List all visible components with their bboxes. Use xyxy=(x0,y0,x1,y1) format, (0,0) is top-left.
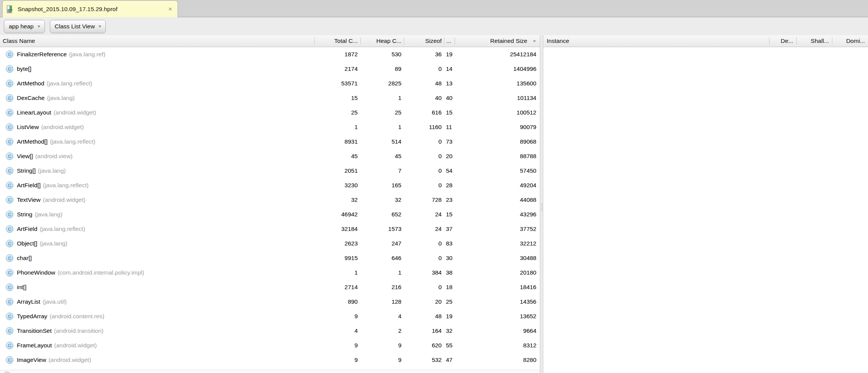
table-row[interactable]: CObject[](java.lang)262324708332212 xyxy=(0,236,540,251)
retained-cell: 37752 xyxy=(455,226,540,232)
clipped-cell: 19 xyxy=(444,51,455,58)
column-header-shallow-size[interactable]: Shall... xyxy=(796,37,832,45)
heap-snapshot-file-icon xyxy=(7,5,14,13)
heap-cell: 1573 xyxy=(360,226,404,232)
class-name: ArtMethod[] xyxy=(17,138,48,145)
class-name: char[] xyxy=(17,255,32,262)
column-header-total-count[interactable]: Total C... xyxy=(314,37,360,45)
total-cell: 45 xyxy=(314,153,360,160)
class-name: TypedArray xyxy=(17,313,47,320)
tab-close-icon[interactable]: × xyxy=(168,6,173,12)
column-header-heap-count[interactable]: Heap C... xyxy=(360,37,404,45)
table-row[interactable]: CPhoneWindow(com.android.internal.policy… xyxy=(0,265,540,280)
class-package: (android.widget) xyxy=(54,109,96,116)
table-row-partial xyxy=(0,367,540,373)
class-name-cell: CTextView(android.widget) xyxy=(0,196,314,204)
class-icon: C xyxy=(6,51,13,58)
class-package: (android.view) xyxy=(35,153,72,160)
class-package: (java.lang) xyxy=(47,95,74,101)
class-name-cell: CFrameLayout(android.widget) xyxy=(0,342,314,349)
clipped-cell: 15 xyxy=(444,109,455,116)
class-icon xyxy=(3,371,11,373)
class-name: String xyxy=(17,211,33,218)
editor-tab-hprof[interactable]: Snapshot_2015.10.09_17.15.29.hprof × xyxy=(2,0,178,17)
retained-cell: 44088 xyxy=(455,196,540,203)
class-name-cell: Cbyte[] xyxy=(0,65,314,73)
column-header-shallow-clipped[interactable]: ... xyxy=(444,37,455,45)
table-row[interactable]: CArtField(java.lang.reflect)321841573243… xyxy=(0,222,540,236)
table-row[interactable]: Cint[]271421601818416 xyxy=(0,280,540,294)
class-package: (android.content.res) xyxy=(49,313,104,320)
class-icon: C xyxy=(6,152,13,160)
column-header-depth[interactable]: De... xyxy=(769,37,796,45)
class-name: ArtField xyxy=(17,226,37,232)
chevron-down-icon: ▼ xyxy=(36,25,41,28)
table-row[interactable]: CArrayList(java.util)890128202514356 xyxy=(0,294,540,309)
heap-cell: 7 xyxy=(360,167,404,174)
class-name: ArtMethod xyxy=(17,80,44,87)
sizeof-cell: 620 xyxy=(404,342,444,349)
class-rows: CFinalizerReference(java.lang.ref)187253… xyxy=(0,47,540,367)
total-cell: 8931 xyxy=(314,138,360,145)
class-list-panel: Class Name Total C... Heap C... Sizeof .… xyxy=(0,35,540,373)
column-header-dominating-size[interactable]: Domi... xyxy=(832,37,868,45)
table-row[interactable]: Cchar[]991564603030488 xyxy=(0,251,540,265)
class-name: byte[] xyxy=(17,65,31,72)
heap-cell: 216 xyxy=(360,284,404,291)
tab-title: Snapshot_2015.10.09_17.15.29.hprof xyxy=(18,6,164,13)
sizeof-cell: 0 xyxy=(404,65,444,72)
total-cell: 9 xyxy=(314,357,360,363)
column-header-retained-size[interactable]: Retained Size ▼ xyxy=(455,37,540,45)
class-name: Object[] xyxy=(17,240,37,247)
class-icon: C xyxy=(6,254,13,262)
panel-splitter[interactable] xyxy=(540,35,543,373)
column-header-sizeof[interactable]: Sizeof xyxy=(404,37,444,45)
class-name-cell: CListView(android.widget) xyxy=(0,123,314,131)
table-row[interactable]: CFrameLayout(android.widget)99620558312 xyxy=(0,338,540,353)
table-row[interactable]: CTextView(android.widget)32327282344088 xyxy=(0,193,540,207)
table-row[interactable]: CTransitionSet(android.transition)421643… xyxy=(0,324,540,338)
table-row[interactable]: CArtMethod(java.lang.reflect)53571282548… xyxy=(0,76,540,91)
table-row[interactable]: CString[](java.lang)2051705457450 xyxy=(0,164,540,178)
table-row[interactable]: CLinearLayout(android.widget)25256161510… xyxy=(0,105,540,120)
retained-cell: 25412184 xyxy=(455,51,540,58)
sizeof-cell: 24 xyxy=(404,211,444,218)
heap-cell: 45 xyxy=(360,153,404,160)
table-row[interactable]: CImageView(android.widget)99532478280 xyxy=(0,353,540,367)
class-icon: C xyxy=(6,211,13,218)
table-row[interactable]: CArtMethod[](java.lang.reflect)893151407… xyxy=(0,134,540,149)
table-row[interactable]: CArtField[](java.lang.reflect)3230165028… xyxy=(0,178,540,193)
column-header-instance[interactable]: Instance xyxy=(543,37,769,45)
class-name: LinearLayout xyxy=(17,109,51,116)
class-name-cell: CString(java.lang) xyxy=(0,211,314,218)
retained-cell: 8312 xyxy=(455,342,540,349)
clipped-cell: 38 xyxy=(444,269,455,276)
instance-panel: Instance De... Shall... Domi... xyxy=(543,35,868,373)
instance-list-empty xyxy=(543,47,868,373)
view-selector-label: Class List View xyxy=(55,23,95,30)
retained-cell: 14356 xyxy=(455,298,540,305)
class-package: (android.widget) xyxy=(54,342,97,349)
table-row[interactable]: CView[](android.view)454502088788 xyxy=(0,149,540,164)
table-row[interactable]: CFinalizerReference(java.lang.ref)187253… xyxy=(0,47,540,62)
total-cell: 1872 xyxy=(314,51,360,58)
class-name: ArrayList xyxy=(17,298,40,305)
class-name-cell: CArtField[](java.lang.reflect) xyxy=(0,182,314,189)
view-selector-dropdown[interactable]: Class List View ▼ xyxy=(50,20,106,33)
class-package: (java.lang) xyxy=(38,167,66,174)
retained-cell: 49204 xyxy=(455,182,540,189)
total-cell: 1 xyxy=(314,124,360,131)
table-row[interactable]: CListView(android.widget)1111601190079 xyxy=(0,120,540,134)
class-package: (android.transition) xyxy=(54,327,104,334)
class-package: (android.widget) xyxy=(41,124,84,131)
table-row[interactable]: CDexCache(java.lang)1514040101134 xyxy=(0,91,540,105)
heap-cell: 4 xyxy=(360,313,404,320)
total-cell: 9 xyxy=(314,313,360,320)
table-row[interactable]: CTypedArray(android.content.res)94481913… xyxy=(0,309,540,324)
column-header-class-name[interactable]: Class Name xyxy=(0,37,314,45)
heap-selector-dropdown[interactable]: app heap ▼ xyxy=(4,20,45,33)
class-name: View[] xyxy=(17,153,33,160)
retained-cell: 1404996 xyxy=(455,65,540,72)
table-row[interactable]: Cbyte[]2174890141404996 xyxy=(0,62,540,76)
table-row[interactable]: CString(java.lang)46942652241543296 xyxy=(0,207,540,222)
